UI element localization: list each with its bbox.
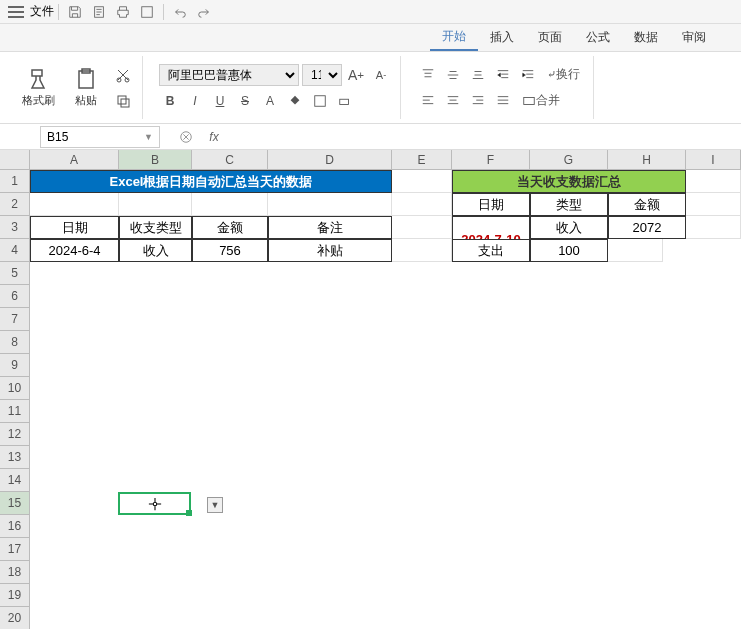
row-header-17[interactable]: 17 [0, 538, 30, 561]
cell[interactable]: Excel根据日期自动汇总当天的数据 [30, 170, 392, 193]
border-button[interactable] [309, 90, 331, 112]
cell[interactable]: 2024-6-4 [30, 239, 119, 262]
align-center-icon[interactable] [442, 90, 464, 112]
col-header-F[interactable]: F [452, 150, 530, 170]
increase-font-icon[interactable]: A+ [345, 64, 367, 86]
align-justify-icon[interactable] [492, 90, 514, 112]
row-header-6[interactable]: 6 [0, 285, 30, 308]
cell[interactable] [686, 216, 741, 239]
cell[interactable]: 金额 [608, 193, 686, 216]
strike-button[interactable]: S [234, 90, 256, 112]
row-header-8[interactable]: 8 [0, 331, 30, 354]
print-icon[interactable] [114, 3, 132, 21]
tab-data[interactable]: 数据 [622, 24, 670, 51]
cell[interactable]: 756 [192, 239, 268, 262]
cell[interactable] [392, 216, 452, 239]
cell[interactable]: 金额 [192, 216, 268, 239]
underline-button[interactable]: U [209, 90, 231, 112]
cell[interactable]: 类型 [530, 193, 608, 216]
cell[interactable] [268, 193, 392, 216]
col-header-H[interactable]: H [608, 150, 686, 170]
col-header-B[interactable]: B [119, 150, 192, 170]
row-header-18[interactable]: 18 [0, 561, 30, 584]
cell[interactable] [192, 193, 268, 216]
cell[interactable]: 收支类型 [119, 216, 192, 239]
cell[interactable]: 日期 [452, 193, 530, 216]
fx-button[interactable]: fx [204, 127, 224, 147]
fill-color-button[interactable] [284, 90, 306, 112]
tab-page[interactable]: 页面 [526, 24, 574, 51]
cell[interactable] [30, 193, 119, 216]
redo-icon[interactable] [195, 3, 213, 21]
cell[interactable]: 收入 [530, 216, 608, 239]
merge-cells-button[interactable]: 合并 [517, 90, 565, 112]
undo-icon[interactable] [171, 3, 189, 21]
tab-start[interactable]: 开始 [430, 24, 478, 51]
row-header-4[interactable]: 4 [0, 239, 30, 262]
indent-increase-icon[interactable] [517, 64, 539, 86]
italic-button[interactable]: I [184, 90, 206, 112]
save-icon[interactable] [66, 3, 84, 21]
cell[interactable]: 收入 [119, 239, 192, 262]
row-header-15[interactable]: 15 [0, 492, 30, 515]
row-header-3[interactable]: 3 [0, 216, 30, 239]
cell[interactable] [392, 170, 452, 193]
cell[interactable]: 100 [530, 239, 608, 262]
row-header-7[interactable]: 7 [0, 308, 30, 331]
cell[interactable]: 当天收支数据汇总 [452, 170, 686, 193]
cancel-formula-icon[interactable] [176, 127, 196, 147]
cut-icon[interactable] [112, 64, 134, 86]
select-all-corner[interactable] [0, 150, 30, 170]
format-painter-button[interactable]: 格式刷 [16, 60, 60, 116]
tab-insert[interactable]: 插入 [478, 24, 526, 51]
tab-review[interactable]: 审阅 [670, 24, 718, 51]
col-header-G[interactable]: G [530, 150, 608, 170]
row-header-19[interactable]: 19 [0, 584, 30, 607]
row-header-1[interactable]: 1 [0, 170, 30, 193]
cell[interactable] [119, 193, 192, 216]
copy-icon[interactable] [112, 90, 134, 112]
wrap-text-button[interactable]: ⤶ 换行 [542, 64, 585, 86]
align-left-icon[interactable] [417, 90, 439, 112]
align-top-icon[interactable] [417, 64, 439, 86]
row-header-16[interactable]: 16 [0, 515, 30, 538]
clear-format-button[interactable] [334, 90, 356, 112]
font-family-select[interactable]: 阿里巴巴普惠体 [159, 64, 299, 86]
cell[interactable]: 日期 [30, 216, 119, 239]
print-preview-icon[interactable] [90, 3, 108, 21]
col-header-C[interactable]: C [192, 150, 268, 170]
row-header-9[interactable]: 9 [0, 354, 30, 377]
col-header-A[interactable]: A [30, 150, 119, 170]
decrease-font-icon[interactable]: A- [370, 64, 392, 86]
indent-decrease-icon[interactable] [492, 64, 514, 86]
formula-input[interactable] [224, 126, 741, 148]
tab-formula[interactable]: 公式 [574, 24, 622, 51]
cell[interactable]: 支出 [452, 239, 530, 262]
col-header-E[interactable]: E [392, 150, 452, 170]
cell[interactable] [392, 193, 452, 216]
cell[interactable] [608, 239, 663, 262]
row-header-13[interactable]: 13 [0, 446, 30, 469]
row-header-20[interactable]: 20 [0, 607, 30, 629]
paste-button[interactable]: 粘贴 [64, 60, 108, 116]
row-header-14[interactable]: 14 [0, 469, 30, 492]
align-bottom-icon[interactable] [467, 64, 489, 86]
pdf-icon[interactable] [138, 3, 156, 21]
col-header-D[interactable]: D [268, 150, 392, 170]
cell[interactable]: 备注 [268, 216, 392, 239]
cell-dropdown-button[interactable]: ▼ [207, 497, 223, 513]
cell[interactable]: 2072 [608, 216, 686, 239]
bold-button[interactable]: B [159, 90, 181, 112]
file-menu[interactable]: 文件 [30, 3, 54, 20]
row-header-12[interactable]: 12 [0, 423, 30, 446]
cell[interactable] [686, 193, 741, 216]
cell[interactable] [686, 170, 741, 193]
font-color-button[interactable]: A [259, 90, 281, 112]
row-header-5[interactable]: 5 [0, 262, 30, 285]
row-header-11[interactable]: 11 [0, 400, 30, 423]
row-header-2[interactable]: 2 [0, 193, 30, 216]
row-header-10[interactable]: 10 [0, 377, 30, 400]
align-right-icon[interactable] [467, 90, 489, 112]
hamburger-icon[interactable] [8, 11, 24, 13]
name-box[interactable]: B15 ▼ [40, 126, 160, 148]
